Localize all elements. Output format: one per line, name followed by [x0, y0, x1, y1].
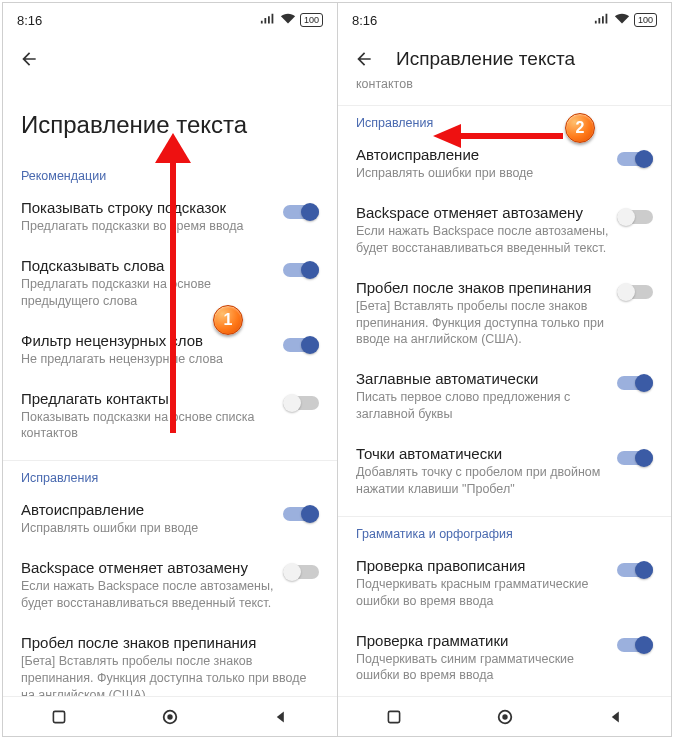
setting-subtitle: Предлагать подсказки на основе предыдуще… [21, 276, 275, 310]
toggle-switch[interactable] [283, 261, 319, 279]
setting-auto-capitalize[interactable]: Заглавные автоматически Писать первое сл… [338, 360, 671, 435]
setting-subtitle: Не предлагать нецензурные слова [21, 351, 275, 368]
setting-subtitle: [Бета] Вставлять пробелы после знаков пр… [21, 653, 319, 696]
toggle-switch[interactable] [617, 561, 653, 579]
setting-title: Показывать строку подсказок [21, 199, 275, 216]
back-button[interactable] [17, 47, 41, 71]
setting-suggest-contacts[interactable]: Предлагать контакты Показывать подсказки… [3, 380, 337, 455]
toggle-switch[interactable] [617, 374, 653, 392]
setting-title: Точки автоматически [356, 445, 609, 462]
setting-title: Автоисправление [21, 501, 275, 518]
setting-title: Заглавные автоматически [356, 370, 609, 387]
setting-grammar-check[interactable]: Проверка грамматики Подчеркивать синим г… [338, 622, 671, 697]
setting-backspace-undo[interactable]: Backspace отменяет автозамену Если нажат… [3, 549, 337, 624]
setting-subtitle: Добавлять точку с пробелом при двойном н… [356, 464, 609, 498]
nav-recents-icon[interactable] [384, 707, 404, 727]
wifi-icon [614, 13, 630, 28]
setting-auto-period[interactable]: Точки автоматически Добавлять точку с пр… [338, 435, 671, 510]
battery-icon: 100 [634, 13, 657, 27]
nav-bar [3, 696, 337, 736]
back-button[interactable] [352, 47, 376, 71]
section-header-corrections: Исправления [338, 106, 671, 136]
status-bar: 8:16 100 [3, 3, 337, 37]
setting-suggest-words[interactable]: Подсказывать слова Предлагать подсказки … [3, 247, 337, 322]
svg-point-5 [502, 714, 507, 719]
setting-subtitle: Подчеркивать синим грамматические ошибки… [356, 651, 609, 685]
setting-title: Проверка грамматики [356, 632, 609, 649]
setting-subtitle: Если нажать Backspace после автозамены, … [356, 223, 609, 257]
setting-subtitle: Писать первое слово предложения с заглав… [356, 389, 609, 423]
phone-right: 8:16 100 Исправление текста контактов Ис… [337, 3, 671, 736]
setting-autocorrect[interactable]: Автоисправление Исправлять ошибки при вв… [338, 136, 671, 194]
setting-subtitle: Предлагать подсказки во время ввода [21, 218, 275, 235]
page-title: Исправление текста [3, 77, 337, 159]
wifi-icon [280, 13, 296, 28]
setting-title: Backspace отменяет автозамену [21, 559, 275, 576]
toggle-switch[interactable] [283, 505, 319, 523]
status-time: 8:16 [17, 13, 42, 28]
status-time: 8:16 [352, 13, 377, 28]
nav-home-icon[interactable] [495, 707, 515, 727]
phone-left: 8:16 100 Исправление текста Рекомендации [3, 3, 337, 736]
status-bar: 8:16 100 [338, 3, 671, 37]
toggle-switch[interactable] [617, 150, 653, 168]
section-header-grammar: Грамматика и орфография [338, 517, 671, 547]
nav-bar [338, 696, 671, 736]
setting-title: Фильтр нецензурных слов [21, 332, 275, 349]
setting-subtitle: Если нажать Backspace после автозамены, … [21, 578, 275, 612]
section-header-recommendations: Рекомендации [3, 159, 337, 189]
settings-scroll[interactable]: контактов Исправления Автоисправление Ис… [338, 77, 671, 696]
nav-home-icon[interactable] [160, 707, 180, 727]
toggle-switch[interactable] [283, 203, 319, 221]
setting-title: Предлагать контакты [21, 390, 275, 407]
toggle-switch[interactable] [617, 208, 653, 226]
setting-subtitle: Исправлять ошибки при вводе [21, 520, 275, 537]
scroll-overflow-text: контактов [338, 77, 671, 99]
toggle-switch[interactable] [617, 449, 653, 467]
toolbar [3, 37, 337, 77]
toggle-switch[interactable] [617, 636, 653, 654]
signal-icon [594, 13, 610, 28]
settings-scroll[interactable]: Исправление текста Рекомендации Показыва… [3, 77, 337, 696]
toggle-switch[interactable] [283, 336, 319, 354]
setting-subtitle: Показывать подсказки на основе списка ко… [21, 409, 275, 443]
setting-title: Проверка правописания [356, 557, 609, 574]
setting-backspace-undo[interactable]: Backspace отменяет автозамену Если нажат… [338, 194, 671, 269]
setting-show-suggestion-strip[interactable]: Показывать строку подсказок Предлагать п… [3, 189, 337, 247]
setting-profanity-filter[interactable]: Фильтр нецензурных слов Не предлагать не… [3, 322, 337, 380]
toggle-switch[interactable] [283, 394, 319, 412]
setting-title: Автоисправление [356, 146, 609, 163]
battery-icon: 100 [300, 13, 323, 27]
setting-subtitle: Исправлять ошибки при вводе [356, 165, 609, 182]
setting-autocorrect[interactable]: Автоисправление Исправлять ошибки при вв… [3, 491, 337, 549]
toolbar: Исправление текста [338, 37, 671, 77]
setting-title: Backspace отменяет автозамену [356, 204, 609, 221]
signal-icon [260, 13, 276, 28]
setting-title: Пробел после знаков препинания [21, 634, 319, 651]
toggle-switch[interactable] [283, 563, 319, 581]
nav-recents-icon[interactable] [49, 707, 69, 727]
setting-space-after-punct[interactable]: Пробел после знаков препинания [Бета] Вс… [338, 269, 671, 361]
toggle-switch[interactable] [617, 283, 653, 301]
setting-subtitle: [Бета] Вставлять пробелы после знаков пр… [356, 298, 609, 349]
nav-back-icon[interactable] [606, 707, 626, 727]
svg-point-2 [167, 714, 172, 719]
svg-rect-0 [53, 711, 64, 722]
toolbar-title: Исправление текста [396, 48, 575, 70]
setting-subtitle: Подчеркивать красным грамматические ошиб… [356, 576, 609, 610]
svg-rect-3 [388, 711, 399, 722]
setting-spellcheck[interactable]: Проверка правописания Подчеркивать красн… [338, 547, 671, 622]
nav-back-icon[interactable] [271, 707, 291, 727]
section-header-corrections: Исправления [3, 461, 337, 491]
setting-title: Подсказывать слова [21, 257, 275, 274]
setting-title: Пробел после знаков препинания [356, 279, 609, 296]
setting-space-after-punct[interactable]: Пробел после знаков препинания [Бета] Вс… [3, 624, 337, 696]
